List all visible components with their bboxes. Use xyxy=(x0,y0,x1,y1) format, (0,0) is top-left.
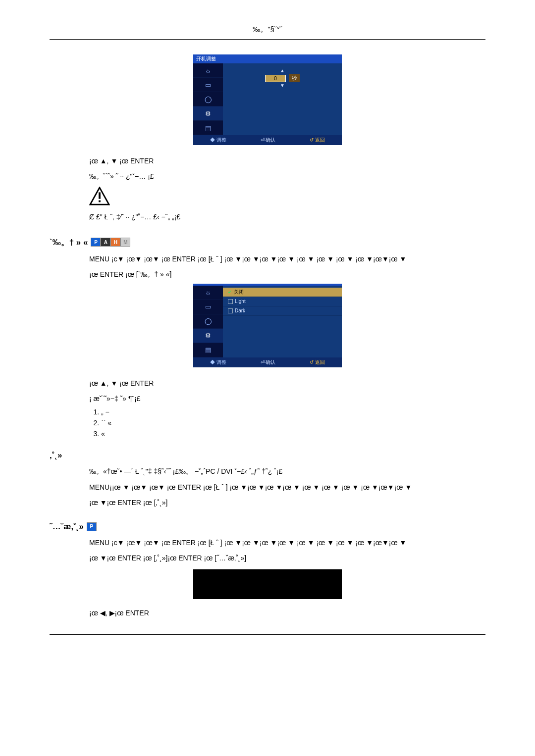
body-line-3: ¡ æ˘`˜»−‡ ˜» ¶¨¡£ xyxy=(89,393,485,405)
osd1-foot-adjust: ◆ 调整 xyxy=(210,137,226,144)
picture-icon[interactable]: ▭ xyxy=(193,300,223,314)
svg-rect-1 xyxy=(99,193,101,199)
brightness-icon[interactable]: ☼ xyxy=(193,63,223,78)
osd2-row3-label: Dark xyxy=(235,308,245,313)
box-icon xyxy=(228,299,233,304)
osd1-unit: 秒 xyxy=(289,74,300,82)
svg-rect-2 xyxy=(99,201,101,202)
osd-panel-1: 开机调整 ☼ ▭ ◯ ⚙ ▤ ▲ 0 秒 ▼ xyxy=(193,54,342,145)
osd1-title: 开机调整 xyxy=(193,54,342,63)
black-placeholder xyxy=(193,569,342,599)
section1-line2: ¡œ ENTER ¡œ [`‰。† » «] xyxy=(89,268,485,281)
enum-1: „ − xyxy=(101,408,485,416)
up-arrow-icon[interactable]: ▲ xyxy=(280,68,285,73)
enum-2: `` « xyxy=(101,419,485,427)
circle-icon[interactable]: ◯ xyxy=(193,92,223,106)
osd2-row1-label: 关闭 xyxy=(234,289,244,296)
section2-line3: ¡œ ▼¡œ ENTER ¡œ [‚˚˛»] xyxy=(89,497,485,509)
section2-line1: ‰。«†œ˘• —´ Ł ˆ˛"‡ ‡§˜‹˝˝ ¡£‰。 −˚„ˆPC / D… xyxy=(89,465,485,478)
section2-line2: MENU¡¡œ ▼ ¡œ▼ ¡œ▼ ¡œ ENTER ¡œ [Ł ˆ ] ¡œ … xyxy=(89,481,485,494)
osd1-foot-confirm: ⏎ 确认 xyxy=(261,137,276,144)
info-icon[interactable]: ▤ xyxy=(193,343,223,357)
osd1-sidebar: ☼ ▭ ◯ ⚙ ▤ xyxy=(193,63,223,135)
mode-badges-2: P xyxy=(87,522,97,531)
warning-icon xyxy=(89,187,485,207)
section2-title: ‚˚˛» xyxy=(50,451,485,460)
nav-line-2: ¡œ ▲, ▼ ¡œ ENTER xyxy=(89,377,485,390)
badge-p: P xyxy=(87,522,97,531)
body-line-2: Ȼ £" Ł ˆ, ‡⁄˜ ·· ¿"˚−… £‹ −ˆ„ „¡£ xyxy=(89,211,485,223)
osd2-row2-label: Light xyxy=(235,299,246,304)
section3-title: ˝…˘æ‚˚˛» xyxy=(50,522,84,532)
nav-line-3: ¡œ ◀, ▶¡œ ENTER xyxy=(89,607,485,619)
check-icon: ✔ xyxy=(228,290,232,295)
page-header: ‰。"§˘°˘ xyxy=(0,25,535,39)
section3-line1: MENU ¡c▼ ¡œ▼ ¡œ▼ ¡œ ENTER ¡œ [Ł ˆ ] ¡œ ▼… xyxy=(89,537,485,549)
section1-line1: MENU ¡c▼ ¡œ▼ ¡œ▼ ¡œ ENTER ¡œ [Ł ˆ ] ¡œ ▼… xyxy=(89,253,485,265)
nav-line-1: ¡œ ▲, ▼ ¡œ ENTER xyxy=(89,155,485,167)
osd1-value[interactable]: 0 xyxy=(265,75,286,82)
badge-p: P xyxy=(91,238,101,247)
osd2-foot-confirm: ⏎ 确认 xyxy=(261,359,276,366)
osd2-row-off[interactable]: ✔ 关闭 xyxy=(223,288,342,297)
info-icon[interactable]: ▤ xyxy=(193,121,223,135)
section1-title-row: `‰。† » « P A H M xyxy=(50,237,485,248)
box-icon xyxy=(228,308,233,313)
osd-panel-2: ☼ ▭ ◯ ⚙ ▤ ✔ 关闭 Light xyxy=(193,284,342,367)
section1-title: `‰。† » « xyxy=(50,237,88,248)
badge-a: A xyxy=(101,238,110,247)
osd2-foot-adjust: ◆ 调整 xyxy=(210,359,226,366)
badge-m: M xyxy=(120,238,130,247)
enum-3: « xyxy=(101,430,485,438)
osd2-foot-back: ↺ 返回 xyxy=(310,359,325,366)
enum-list: „ − `` « « xyxy=(89,408,485,438)
brightness-icon[interactable]: ☼ xyxy=(193,286,223,300)
body-line-1: ‰。˘`˜» ˜ ·· ¿"˚−… ¡£ xyxy=(89,170,485,183)
section3-title-row: ˝…˘æ‚˚˛» P xyxy=(50,522,485,532)
circle-icon[interactable]: ◯ xyxy=(193,314,223,329)
section3-line2: ¡œ ▼¡œ ENTER ¡œ [‚˚˛»]¡œ ENTER ¡œ [˝…˘æ‚… xyxy=(89,552,485,564)
osd2-row-dark[interactable]: Dark xyxy=(223,306,342,316)
top-rule xyxy=(50,39,485,40)
osd2-sidebar: ☼ ▭ ◯ ⚙ ▤ xyxy=(193,286,223,357)
badge-h: H xyxy=(110,238,120,247)
down-arrow-icon[interactable]: ▼ xyxy=(280,83,285,88)
bottom-rule xyxy=(50,634,485,635)
mode-badges: P A H M xyxy=(91,238,130,247)
gear-icon[interactable]: ⚙ xyxy=(193,106,223,121)
gear-icon[interactable]: ⚙ xyxy=(193,329,223,343)
picture-icon[interactable]: ▭ xyxy=(193,78,223,92)
osd2-row-light[interactable]: Light xyxy=(223,297,342,306)
osd1-foot-back: ↺ 返回 xyxy=(310,137,325,144)
